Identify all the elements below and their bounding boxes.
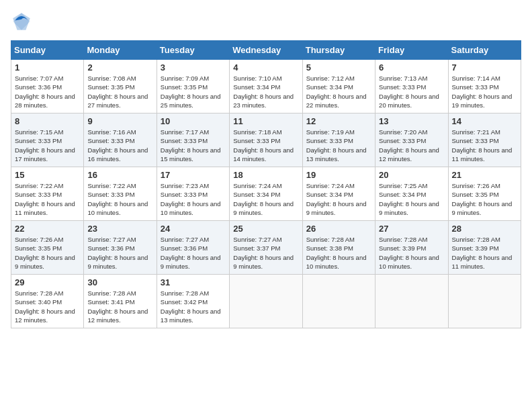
day-number: 1 — [15, 62, 80, 73]
day-number: 28 — [452, 224, 517, 234]
day-number: 9 — [87, 116, 152, 126]
cell-info: Sunrise: 7:24 AMSunset: 3:34 PMDaylight:… — [233, 182, 294, 216]
day-number: 17 — [161, 170, 226, 180]
day-number: 5 — [306, 62, 371, 73]
day-number: 24 — [161, 224, 226, 234]
calendar-cell: 15 Sunrise: 7:22 AMSunset: 3:33 PMDaylig… — [11, 167, 84, 221]
day-number: 6 — [379, 62, 444, 73]
weekday-header-saturday: Saturday — [448, 41, 521, 60]
page-header — [11, 11, 521, 32]
cell-info: Sunrise: 7:28 AMSunset: 3:41 PMDaylight:… — [87, 289, 148, 324]
day-number: 13 — [379, 116, 444, 126]
cell-info: Sunrise: 7:27 AMSunset: 3:37 PMDaylight:… — [233, 236, 294, 270]
cell-info: Sunrise: 7:21 AMSunset: 3:33 PMDaylight:… — [452, 128, 513, 163]
weekday-header-wednesday: Wednesday — [230, 41, 302, 60]
cell-info: Sunrise: 7:09 AMSunset: 3:35 PMDaylight:… — [161, 75, 221, 109]
day-number: 10 — [161, 116, 226, 126]
day-number: 7 — [452, 62, 517, 73]
calendar-cell: 21 Sunrise: 7:26 AMSunset: 3:35 PMDaylig… — [448, 167, 521, 221]
cell-info: Sunrise: 7:27 AMSunset: 3:36 PMDaylight:… — [161, 236, 221, 270]
calendar-cell — [230, 275, 302, 328]
calendar-cell: 4 Sunrise: 7:10 AMSunset: 3:34 PMDayligh… — [230, 60, 302, 113]
day-number: 29 — [15, 277, 80, 287]
day-number: 30 — [87, 277, 152, 287]
day-number: 22 — [15, 224, 80, 234]
cell-info: Sunrise: 7:22 AMSunset: 3:33 PMDaylight:… — [87, 182, 148, 216]
calendar-cell: 3 Sunrise: 7:09 AMSunset: 3:35 PMDayligh… — [157, 60, 229, 113]
calendar-cell: 30 Sunrise: 7:28 AMSunset: 3:41 PMDaylig… — [84, 275, 157, 328]
calendar-cell: 2 Sunrise: 7:08 AMSunset: 3:35 PMDayligh… — [84, 60, 157, 113]
calendar-cell: 10 Sunrise: 7:17 AMSunset: 3:33 PMDaylig… — [157, 113, 229, 167]
calendar-cell: 26 Sunrise: 7:28 AMSunset: 3:38 PMDaylig… — [302, 221, 375, 275]
weekday-header-friday: Friday — [375, 41, 448, 60]
calendar-cell: 9 Sunrise: 7:16 AMSunset: 3:33 PMDayligh… — [84, 113, 157, 167]
calendar-week-3: 15 Sunrise: 7:22 AMSunset: 3:33 PMDaylig… — [11, 167, 521, 221]
calendar-table: SundayMondayTuesdayWednesdayThursdayFrid… — [11, 40, 521, 328]
day-number: 18 — [233, 170, 298, 180]
day-number: 19 — [306, 170, 371, 180]
calendar-cell: 31 Sunrise: 7:28 AMSunset: 3:42 PMDaylig… — [157, 275, 229, 328]
calendar-cell: 25 Sunrise: 7:27 AMSunset: 3:37 PMDaylig… — [230, 221, 302, 275]
calendar-cell: 13 Sunrise: 7:20 AMSunset: 3:33 PMDaylig… — [375, 113, 448, 167]
day-number: 12 — [306, 116, 371, 126]
cell-info: Sunrise: 7:10 AMSunset: 3:34 PMDaylight:… — [233, 75, 294, 109]
calendar-cell: 16 Sunrise: 7:22 AMSunset: 3:33 PMDaylig… — [84, 167, 157, 221]
cell-info: Sunrise: 7:28 AMSunset: 3:39 PMDaylight:… — [379, 236, 439, 270]
cell-info: Sunrise: 7:26 AMSunset: 3:35 PMDaylight:… — [15, 236, 75, 270]
calendar-cell: 6 Sunrise: 7:13 AMSunset: 3:33 PMDayligh… — [375, 60, 448, 113]
day-number: 27 — [379, 224, 444, 234]
calendar-cell: 8 Sunrise: 7:15 AMSunset: 3:33 PMDayligh… — [11, 113, 84, 167]
calendar-week-2: 8 Sunrise: 7:15 AMSunset: 3:33 PMDayligh… — [11, 113, 521, 167]
calendar-cell — [302, 275, 375, 328]
calendar-cell: 11 Sunrise: 7:18 AMSunset: 3:33 PMDaylig… — [230, 113, 302, 167]
cell-info: Sunrise: 7:17 AMSunset: 3:33 PMDaylight:… — [161, 128, 221, 163]
cell-info: Sunrise: 7:19 AMSunset: 3:33 PMDaylight:… — [306, 128, 367, 163]
day-number: 31 — [161, 277, 226, 287]
cell-info: Sunrise: 7:22 AMSunset: 3:33 PMDaylight:… — [15, 182, 75, 216]
calendar-week-4: 22 Sunrise: 7:26 AMSunset: 3:35 PMDaylig… — [11, 221, 521, 275]
cell-info: Sunrise: 7:12 AMSunset: 3:34 PMDaylight:… — [306, 75, 367, 109]
svg-marker-1 — [13, 13, 30, 30]
cell-info: Sunrise: 7:27 AMSunset: 3:36 PMDaylight:… — [87, 236, 148, 270]
day-number: 25 — [233, 224, 298, 234]
day-number: 23 — [87, 224, 152, 234]
calendar-week-1: 1 Sunrise: 7:07 AMSunset: 3:36 PMDayligh… — [11, 60, 521, 113]
calendar-cell: 20 Sunrise: 7:25 AMSunset: 3:34 PMDaylig… — [375, 167, 448, 221]
calendar-cell: 7 Sunrise: 7:14 AMSunset: 3:33 PMDayligh… — [448, 60, 521, 113]
day-number: 11 — [233, 116, 298, 126]
day-number: 26 — [306, 224, 371, 234]
cell-info: Sunrise: 7:18 AMSunset: 3:33 PMDaylight:… — [233, 128, 294, 163]
cell-info: Sunrise: 7:24 AMSunset: 3:34 PMDaylight:… — [306, 182, 367, 216]
calendar-cell: 23 Sunrise: 7:27 AMSunset: 3:36 PMDaylig… — [84, 221, 157, 275]
cell-info: Sunrise: 7:26 AMSunset: 3:35 PMDaylight:… — [452, 182, 513, 216]
weekday-header-thursday: Thursday — [302, 41, 375, 60]
calendar-cell: 12 Sunrise: 7:19 AMSunset: 3:33 PMDaylig… — [302, 113, 375, 167]
cell-info: Sunrise: 7:16 AMSunset: 3:33 PMDaylight:… — [87, 128, 148, 163]
cell-info: Sunrise: 7:13 AMSunset: 3:33 PMDaylight:… — [379, 75, 439, 109]
weekday-header-sunday: Sunday — [11, 41, 84, 60]
day-number: 8 — [15, 116, 80, 126]
cell-info: Sunrise: 7:28 AMSunset: 3:38 PMDaylight:… — [306, 236, 367, 270]
logo — [11, 11, 35, 32]
calendar-cell: 22 Sunrise: 7:26 AMSunset: 3:35 PMDaylig… — [11, 221, 84, 275]
calendar-cell — [375, 275, 448, 328]
calendar-cell: 1 Sunrise: 7:07 AMSunset: 3:36 PMDayligh… — [11, 60, 84, 113]
cell-info: Sunrise: 7:28 AMSunset: 3:39 PMDaylight:… — [452, 236, 513, 270]
cell-info: Sunrise: 7:15 AMSunset: 3:33 PMDaylight:… — [15, 128, 75, 163]
weekday-header-monday: Monday — [84, 41, 157, 60]
cell-info: Sunrise: 7:07 AMSunset: 3:36 PMDaylight:… — [15, 75, 75, 109]
day-number: 3 — [161, 62, 226, 73]
cell-info: Sunrise: 7:28 AMSunset: 3:40 PMDaylight:… — [15, 289, 75, 324]
weekday-header-tuesday: Tuesday — [157, 41, 229, 60]
day-number: 16 — [87, 170, 152, 180]
calendar-cell: 28 Sunrise: 7:28 AMSunset: 3:39 PMDaylig… — [448, 221, 521, 275]
day-number: 21 — [452, 170, 517, 180]
calendar-cell: 27 Sunrise: 7:28 AMSunset: 3:39 PMDaylig… — [375, 221, 448, 275]
calendar-cell: 17 Sunrise: 7:23 AMSunset: 3:33 PMDaylig… — [157, 167, 229, 221]
day-number: 20 — [379, 170, 444, 180]
cell-info: Sunrise: 7:14 AMSunset: 3:33 PMDaylight:… — [452, 75, 513, 109]
day-number: 4 — [233, 62, 298, 73]
day-number: 15 — [15, 170, 80, 180]
cell-info: Sunrise: 7:20 AMSunset: 3:33 PMDaylight:… — [379, 128, 439, 163]
calendar-cell: 29 Sunrise: 7:28 AMSunset: 3:40 PMDaylig… — [11, 275, 84, 328]
